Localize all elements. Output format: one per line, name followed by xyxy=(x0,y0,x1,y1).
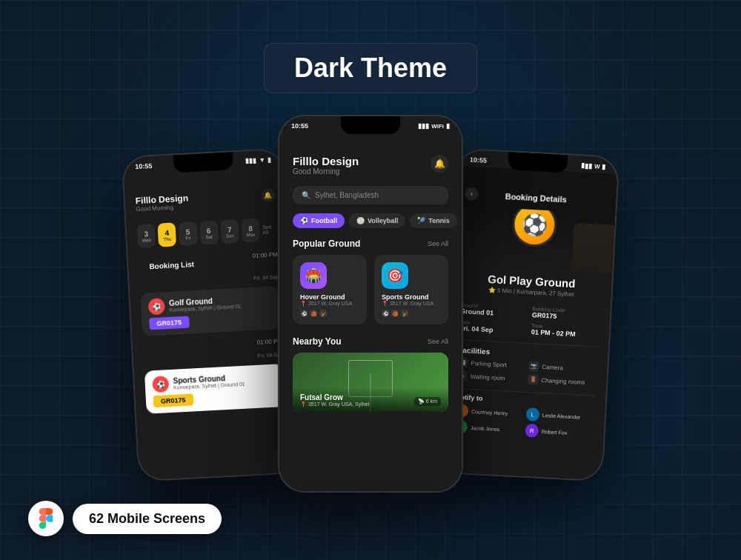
ground-name-1: Hover Ground xyxy=(300,293,359,301)
booking-code-1: GR0175 xyxy=(149,316,189,330)
battery-icon-left: ▮ xyxy=(268,156,272,163)
status-time-right: 10:55 xyxy=(470,156,488,164)
star-icon: ⭐ xyxy=(488,287,496,294)
notify-name-jacob: Jacob Jones xyxy=(471,425,500,432)
ground-addr-2: 📍 3517 W. Gray USA xyxy=(382,301,441,307)
phone-left: 10:55 ▮▮▮ ▼ ▮ Filllo Design Good Morning… xyxy=(122,148,302,482)
booking-date-1: Fri. 04 Sep xyxy=(253,274,279,281)
date-sun[interactable]: 7 Sun xyxy=(220,219,239,244)
notify-name-courtney: Courtney Henry xyxy=(471,409,508,416)
screens-badge: 62 Mobile Screens xyxy=(73,504,222,534)
booking-list-title: Booking List xyxy=(139,255,205,274)
wifi-icon-right: W xyxy=(594,163,600,170)
search-icon: 🔍 xyxy=(302,191,310,199)
meta-soccer-2: ⚽ xyxy=(382,310,389,317)
signal-icon-left: ▮▮▮ xyxy=(245,157,257,165)
page-title: Dark Theme xyxy=(264,43,477,93)
facility-changing: 🚪 Changing rooms xyxy=(528,374,597,388)
booking-time-1: 01:00 PM xyxy=(252,251,278,268)
location-icon-2: 📍 xyxy=(382,301,388,306)
time-info: Time 01 PM - 02 PM xyxy=(531,323,599,339)
phones-showcase: 10:55 ▮▮▮ ▼ ▮ Filllo Design Good Morning… xyxy=(67,115,674,493)
sport-icon-2: ⚽ xyxy=(152,376,169,393)
ground-icon-1: 🏟️ xyxy=(300,262,327,289)
volleyball-icon: 🏐 xyxy=(356,217,365,224)
date-see-all[interactable]: See All xyxy=(262,217,276,241)
phone-notch-right xyxy=(508,152,568,173)
booking-card-2[interactable]: ⚽ Sports Ground Kumarpara, Sylhet | Grou… xyxy=(144,364,286,414)
phone-right: 10:55 ▮▮▮ W ▮ ‹ Booking Details ⚽ xyxy=(440,148,620,482)
left-phone-screen: 10:55 ▮▮▮ ▼ ▮ Filllo Design Good Morning… xyxy=(123,150,300,481)
bottom-badge: 62 Mobile Screens xyxy=(28,501,222,536)
nearby-section-title: Nearby You xyxy=(293,336,342,347)
ground-name-2: Sports Ground xyxy=(382,293,441,301)
date-sat[interactable]: 6 Sat xyxy=(199,220,219,244)
ground-info: Ground Ground 01 xyxy=(460,302,528,319)
ground-icon-2: 🎯 xyxy=(382,262,408,289)
nearby-see-all[interactable]: See All xyxy=(428,338,448,345)
center-app-name: Filllo Design xyxy=(293,155,448,167)
date-wed[interactable]: 3 Wed xyxy=(136,224,156,248)
status-icons-left: ▮▮▮ ▼ ▮ xyxy=(245,156,271,164)
notify-leslie: L Leslie Alexander xyxy=(526,407,595,424)
avatar-leslie: L xyxy=(526,407,540,421)
player-image-area: ⚽ xyxy=(452,206,615,273)
signal-icon-center: ▮▮▮ xyxy=(418,122,429,130)
left-header: Filllo Design Good Morning 🔔 xyxy=(124,166,286,219)
battery-icon-right: ▮ xyxy=(602,163,606,170)
wifi-icon-left: ▼ xyxy=(259,156,265,164)
nearby-card[interactable]: Futsal Grow 📍 3517 W. Gray USA, Sylhet 📡… xyxy=(293,353,448,412)
figma-icon xyxy=(28,501,64,536)
ground-card-2[interactable]: 🎯 Sports Ground 📍 3517 W. Gray USA ⚽ 🏀 🏏 xyxy=(374,255,448,324)
location-icon-1: 📍 xyxy=(300,301,307,306)
player-silhouette xyxy=(571,223,614,273)
notify-jacob: J Jacob Jones xyxy=(453,420,522,437)
parking-label: Parking Sport xyxy=(471,359,507,368)
right-phone-screen: 10:55 ▮▮▮ W ▮ ‹ Booking Details ⚽ xyxy=(442,150,619,481)
phone-center: 10:55 ▮▮▮ WiFi ▮ Filllo Design Good Morn… xyxy=(278,115,463,493)
sport-icon-1: ⚽ xyxy=(148,298,165,315)
changing-label: Changing rooms xyxy=(541,376,585,385)
filter-chips: ⚽ Football 🏐 Volleyball 🎾 Tennis ⋯ xyxy=(279,209,462,233)
status-icons-right: ▮▮▮ W ▮ xyxy=(581,161,606,170)
camera-icon: 📷 xyxy=(528,361,539,372)
status-icons-center: ▮▮▮ WiFi ▮ xyxy=(418,122,450,130)
center-header: Filllo Design Good Morning 🔔 xyxy=(279,133,462,181)
search-text: Sylhet, Bangladesh xyxy=(315,191,379,199)
booking-card-1[interactable]: ⚽ Golf Ground Kumarpara, Sylhet | Ground… xyxy=(140,286,282,336)
meta-basket-2: 🏀 xyxy=(391,310,399,317)
phone-notch-center xyxy=(341,116,400,134)
football-icon: ⚽ xyxy=(300,217,308,224)
avatar-robert: R xyxy=(525,424,539,438)
ground-card-1[interactable]: 🏟️ Hover Ground 📍 3517 W. Gray USA ⚽ 🏀 🏏 xyxy=(293,255,367,324)
code-info: Booking Code GR0175 xyxy=(532,306,600,322)
popular-section-header: Popular Ground See All xyxy=(279,233,462,252)
notify-robert: R Robert Fox xyxy=(525,424,594,441)
search-bar[interactable]: 🔍 Sylhet, Bangladesh xyxy=(293,186,448,204)
notify-name-robert: Robert Fox xyxy=(542,429,568,436)
grounds-row: 🏟️ Hover Ground 📍 3517 W. Gray USA ⚽ 🏀 🏏… xyxy=(279,252,462,330)
nearby-section-header: Nearby You See All xyxy=(279,330,462,350)
signal-icon-right: ▮▮▮ xyxy=(581,161,593,170)
chip-tennis[interactable]: 🎾 Tennis xyxy=(410,213,456,228)
popular-see-all[interactable]: See All xyxy=(428,240,448,247)
center-bell-icon[interactable]: 🔔 xyxy=(431,155,448,173)
date-mon[interactable]: 8 Mon xyxy=(241,218,260,242)
chip-football[interactable]: ⚽ Football xyxy=(293,213,345,228)
battery-icon-center: ▮ xyxy=(446,122,450,130)
facility-waiting: 🪑 Waiting room xyxy=(456,370,525,384)
meta-bat-2: 🏏 xyxy=(401,310,408,317)
chip-volleyball[interactable]: 🏐 Volleyball xyxy=(349,213,405,228)
booking-info-grid: Ground Ground 01 Booking Code GR0175 Dat… xyxy=(448,297,610,344)
date-info: Date Fri. 04 Sep xyxy=(459,319,528,336)
date-fri[interactable]: 5 Fri xyxy=(179,221,198,246)
location-icon-nearby: 📍 xyxy=(300,401,307,407)
notify-name-leslie: Leslie Alexander xyxy=(542,413,581,420)
camera-label: Camera xyxy=(542,363,563,370)
center-greeting: Good Morning xyxy=(293,167,448,176)
nearby-distance: 📡 6 km xyxy=(414,397,441,406)
booking-code-2: GR0175 xyxy=(153,393,193,407)
date-thu-active[interactable]: 4 Thu xyxy=(158,222,177,247)
status-time-center: 10:55 xyxy=(291,122,308,130)
meta-soccer: ⚽ xyxy=(300,310,308,317)
